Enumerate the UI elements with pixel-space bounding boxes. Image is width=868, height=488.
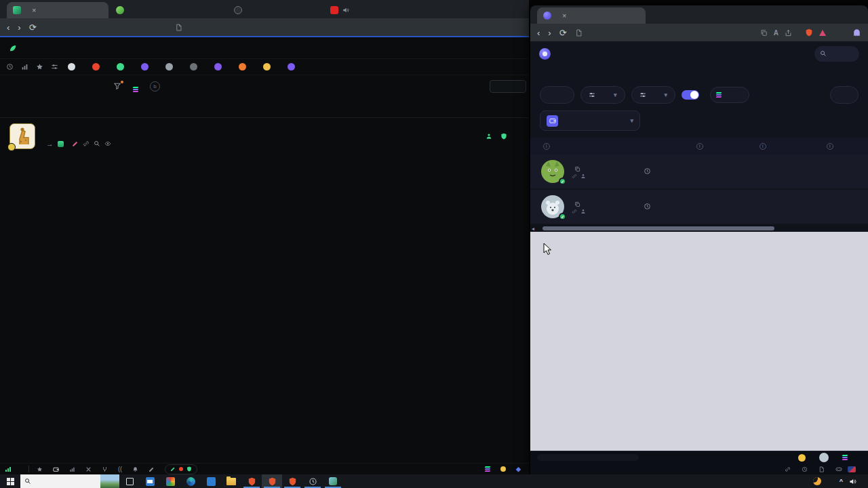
sol-icon — [485, 466, 490, 472]
taskbar-search-input[interactable] — [20, 474, 119, 488]
ticker-item[interactable] — [117, 63, 131, 70]
copy-address-icon[interactable] — [574, 201, 580, 207]
token-icon — [263, 63, 271, 70]
tray-expand-icon[interactable]: ^ — [840, 478, 843, 485]
watchers-eye-icon[interactable] — [104, 140, 111, 147]
status-link-trenches[interactable] — [102, 466, 111, 472]
quick-buy-amount-input[interactable] — [710, 87, 749, 103]
bookmark-icon[interactable] — [575, 29, 583, 37]
star-icon[interactable] — [36, 63, 43, 70]
docs-icon[interactable] — [818, 466, 825, 472]
status-link-news[interactable] — [149, 466, 157, 472]
tab-ganancia[interactable] — [110, 2, 226, 18]
office-app-icon[interactable] — [160, 474, 180, 488]
close-tab-icon[interactable]: × — [32, 6, 36, 14]
close-tab-icon[interactable]: × — [562, 12, 566, 20]
share-icon[interactable] — [785, 29, 792, 37]
search-input[interactable] — [490, 80, 526, 93]
scrollbar-thumb[interactable] — [542, 226, 774, 230]
phantom-wallet-icon[interactable] — [852, 28, 861, 37]
pair-cell: ✓ — [540, 195, 644, 219]
token-avatar — [9, 123, 35, 149]
mail-app-icon[interactable] — [140, 474, 160, 488]
chart-icon[interactable] — [21, 63, 28, 70]
start-button[interactable] — [0, 474, 20, 488]
bubble-icon — [802, 466, 808, 472]
status-link-pnl[interactable] — [69, 466, 78, 472]
copy-icon[interactable] — [760, 29, 768, 37]
forward-button[interactable]: › — [548, 28, 551, 38]
back-button[interactable]: ‹ — [7, 22, 9, 33]
status-link-alpha[interactable]: (( — [118, 466, 125, 472]
photon-logo-icon[interactable] — [539, 48, 551, 60]
reload-button[interactable]: ⟳ — [559, 28, 567, 38]
calendar-app-icon[interactable] — [201, 474, 221, 488]
wallet-selector[interactable]: ▾ — [540, 110, 640, 131]
table-row-bear[interactable]: ✓ — [530, 190, 868, 225]
link-icon — [785, 466, 791, 472]
status-link-feed[interactable] — [85, 466, 94, 472]
horizontal-scrollbar[interactable]: ◂ — [530, 225, 868, 232]
link-icon[interactable] — [83, 140, 90, 147]
page-content-empty — [530, 232, 868, 451]
ticker-item[interactable] — [92, 63, 106, 70]
ticker-item[interactable] — [165, 63, 180, 70]
forward-button[interactable]: › — [18, 22, 20, 33]
status-link-watchlist[interactable] — [37, 466, 45, 472]
table-row[interactable]: → — [0, 118, 529, 155]
quick-settings-pill[interactable] — [165, 464, 197, 474]
settings-gear-icon[interactable] — [51, 63, 58, 70]
translate-icon[interactable]: A — [774, 29, 778, 37]
refresh-icon[interactable] — [572, 174, 577, 179]
brave-browser-icon[interactable] — [282, 474, 302, 488]
pin-icon[interactable] — [580, 174, 586, 179]
reload-button[interactable]: ⟳ — [29, 22, 37, 33]
tab-photon[interactable]: × — [537, 7, 646, 24]
ticker-item[interactable] — [239, 63, 253, 70]
table-row-catpe[interactable]: ✓ — [530, 155, 868, 190]
ticker-item[interactable] — [68, 63, 82, 70]
search-token-icon[interactable] — [94, 140, 100, 147]
bookmark-icon[interactable] — [175, 24, 182, 31]
clock-app-icon[interactable] — [302, 474, 323, 488]
filter-button[interactable]: ▾ — [580, 86, 625, 104]
brave-shield-icon[interactable] — [805, 28, 813, 37]
edge-browser-icon[interactable] — [180, 474, 201, 488]
volume-icon[interactable] — [849, 478, 856, 485]
ticker-item[interactable] — [190, 63, 204, 70]
ticker-item[interactable] — [288, 63, 302, 70]
pinned-app-icon[interactable] — [323, 474, 343, 488]
verified-badge-icon: ✓ — [559, 213, 566, 220]
refresh-icon[interactable] — [572, 209, 577, 214]
ticker-item[interactable] — [263, 63, 277, 70]
status-link-wallets[interactable] — [53, 466, 62, 472]
search-input[interactable] — [814, 46, 859, 62]
padre-brand[interactable] — [9, 44, 21, 52]
brave-browser-icon-active[interactable] — [262, 474, 282, 488]
discord-icon[interactable] — [835, 466, 842, 472]
brave-browser-icon[interactable] — [241, 474, 262, 488]
weather-moon-icon — [813, 477, 821, 485]
status-link-alerts[interactable] — [132, 466, 141, 472]
photon-favicon — [543, 12, 551, 20]
ticker-item[interactable] — [141, 63, 155, 70]
task-view-button[interactable] — [119, 474, 140, 488]
quick-buy-toggle[interactable] — [682, 90, 699, 100]
history-icon[interactable] — [6, 63, 14, 70]
list-section-bar: b — [0, 75, 529, 97]
ticker-item[interactable] — [214, 63, 229, 70]
file-explorer-icon[interactable] — [221, 474, 241, 488]
dexes-button[interactable]: ▾ — [631, 86, 676, 104]
tab-calculadora[interactable] — [228, 2, 323, 18]
scroll-left-icon[interactable]: ◂ — [532, 226, 534, 232]
sort-icon[interactable] — [133, 80, 138, 92]
copy-address-icon[interactable] — [574, 166, 580, 172]
tab-padre-terminal[interactable]: × — [7, 2, 108, 18]
header-mkt-cap: i — [824, 143, 858, 150]
tab-youtube[interactable] — [324, 2, 438, 18]
alerts-extension-icon[interactable] — [819, 30, 826, 36]
filter-funnel-icon[interactable] — [113, 82, 121, 90]
pin-icon[interactable] — [580, 209, 586, 214]
back-button[interactable]: ‹ — [537, 28, 540, 38]
edit-pencil-icon[interactable] — [72, 140, 79, 147]
